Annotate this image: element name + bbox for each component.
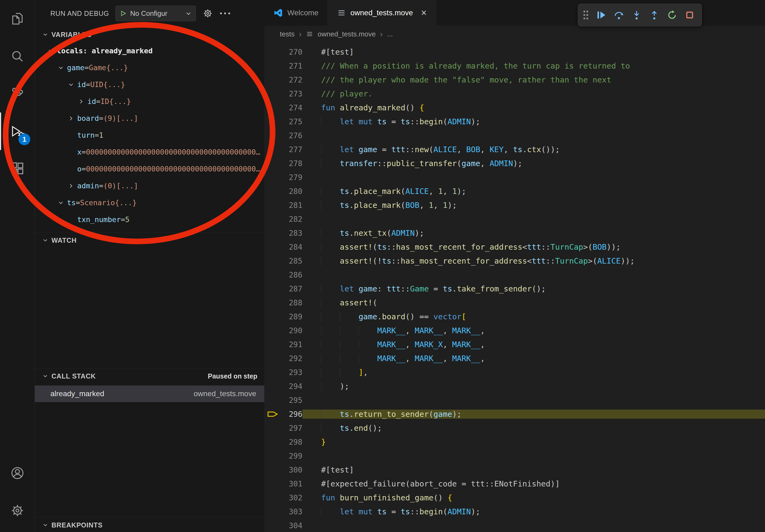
variable-scope-row[interactable]: locals: already_marked [35, 42, 264, 59]
code-text[interactable]: let mut ts = ts::begin(ADMIN); [302, 507, 765, 516]
chevron-right-icon[interactable] [65, 182, 77, 190]
code-text[interactable]: ts.end(); [302, 423, 765, 432]
code-line[interactable]: 292 MARK__, MARK__, MARK__, [264, 352, 765, 366]
code-line[interactable]: 298} [264, 435, 765, 449]
code-text[interactable]: game.board() == vector[ [302, 312, 765, 321]
settings-gear-icon[interactable] [0, 492, 35, 529]
code-text[interactable]: /// When a position is already marked, t… [302, 61, 765, 71]
code-line[interactable]: 275 let mut ts = ts::begin(ADMIN); [264, 115, 765, 129]
code-line[interactable]: 293 ], [264, 366, 765, 379]
code-line[interactable]: 278 transfer::public_transfer(game, ADMI… [264, 156, 765, 170]
code-line[interactable]: 291 MARK__, MARK_X, MARK__, [264, 338, 765, 352]
tab-owned-tests-move[interactable]: owned_tests.move × [328, 0, 436, 26]
code-text[interactable]: MARK__, MARK__, MARK__, [302, 326, 765, 335]
code-line[interactable]: 297 ts.end(); [264, 421, 765, 435]
call-stack-frame[interactable]: already_markedowned_tests.move [35, 386, 264, 402]
code-line[interactable]: 277 let game = ttt::new(ALICE, BOB, KEY,… [264, 142, 765, 156]
code-line[interactable]: 299 [264, 449, 765, 463]
variable-row[interactable]: admin = (0)[...] [35, 177, 264, 194]
code-line[interactable]: 285 assert!(!ts::has_most_recent_for_add… [264, 254, 765, 268]
start-debug-play-icon[interactable] [120, 10, 127, 17]
chevron-right-icon[interactable] [75, 98, 87, 105]
variable-row[interactable]: board = (9)[...] [35, 110, 264, 127]
stop-button[interactable] [682, 7, 698, 23]
chevron-down-icon[interactable] [45, 47, 57, 55]
code-line[interactable]: 280 ts.place_mark(ALICE, 1, 1); [264, 184, 765, 198]
variables-section-header[interactable]: VARIABLES [35, 27, 264, 42]
search-icon[interactable] [0, 38, 35, 75]
accounts-icon[interactable] [0, 454, 35, 492]
breadcrumb-item[interactable]: tests [280, 30, 295, 38]
breadcrumb-item[interactable]: ... [387, 30, 393, 38]
code-line[interactable]: 304 [264, 519, 765, 532]
code-line[interactable]: 295 [264, 393, 765, 407]
restart-button[interactable] [664, 7, 680, 23]
extensions-icon[interactable] [0, 150, 35, 187]
code-line[interactable]: 303 let mut ts = ts::begin(ADMIN); [264, 505, 765, 519]
code-text[interactable]: fun already_marked() { [302, 103, 765, 112]
more-actions-icon[interactable]: ··· [220, 11, 232, 16]
code-text[interactable]: let game: ttt::Game = ts.take_from_sende… [302, 284, 765, 293]
code-line[interactable]: 288 assert!( [264, 296, 765, 310]
code-text[interactable]: MARK__, MARK_X, MARK__, [302, 340, 765, 349]
code-text[interactable]: ts.place_mark(BOB, 1, 1); [302, 201, 765, 210]
watch-section-header[interactable]: WATCH [35, 232, 264, 248]
code-line[interactable]: 294 ); [264, 379, 765, 393]
code-text[interactable]: let game = ttt::new(ALICE, BOB, KEY, ts.… [302, 145, 765, 154]
code-text[interactable]: let mut ts = ts::begin(ADMIN); [302, 117, 765, 126]
variable-row[interactable]: id = ID{...} [35, 93, 264, 110]
code-text[interactable]: #[test] [302, 465, 765, 474]
code-line[interactable]: 273/// player. [264, 87, 765, 101]
continue-button[interactable] [593, 7, 609, 23]
chevron-down-icon[interactable] [65, 81, 77, 89]
code-text[interactable]: ts.return_to_sender(game); [302, 409, 765, 419]
code-line[interactable]: 301#[expected_failure(abort_code = ttt::… [264, 477, 765, 491]
variable-row[interactable]: ts = Scenario{...} [35, 194, 264, 211]
variable-row[interactable]: o = 000000000000000000000000000000000000… [35, 160, 264, 177]
code-line[interactable]: 281 ts.place_mark(BOB, 1, 1); [264, 198, 765, 212]
tab-welcome[interactable]: Welcome [264, 0, 328, 26]
code-text[interactable]: assert!(ts::has_most_recent_for_address<… [302, 242, 765, 252]
launch-config-dropdown[interactable]: No Configur [116, 6, 196, 21]
code-line[interactable]: 300#[test] [264, 463, 765, 477]
step-out-button[interactable] [646, 7, 662, 23]
chevron-down-icon[interactable] [55, 64, 67, 72]
toolbar-drag-handle-icon[interactable] [582, 9, 589, 21]
code-line[interactable]: 290 MARK__, MARK__, MARK__, [264, 324, 765, 338]
code-line[interactable]: 272/// the player who made the "false" m… [264, 73, 765, 87]
code-text[interactable]: transfer::public_transfer(game, ADMIN); [302, 159, 765, 168]
variable-row[interactable]: txn_number = 5 [35, 211, 264, 228]
code-text[interactable]: ts.place_mark(ALICE, 1, 1); [302, 187, 765, 196]
breakpoints-section-header[interactable]: BREAKPOINTS [35, 517, 264, 532]
code-text[interactable]: MARK__, MARK__, MARK__, [302, 354, 765, 363]
debug-settings-gear-icon[interactable] [202, 8, 213, 19]
code-text[interactable]: /// the player who made the "false" move… [302, 75, 765, 84]
call-stack-section-header[interactable]: CALL STACK Paused on step [35, 368, 264, 384]
code-text[interactable]: } [302, 437, 765, 446]
code-line[interactable]: 283 ts.next_tx(ADMIN); [264, 226, 765, 240]
code-line[interactable]: 282 [264, 212, 765, 226]
code-text[interactable]: ); [302, 382, 765, 391]
code-text[interactable]: assert!( [302, 298, 765, 307]
code-line-current[interactable]: 296 ts.return_to_sender(game); [264, 407, 765, 421]
code-line[interactable]: 271/// When a position is already marked… [264, 59, 765, 73]
code-text[interactable]: #[expected_failure(abort_code = ttt::ENo… [302, 479, 765, 488]
code-line[interactable]: 274fun already_marked() { [264, 101, 765, 115]
code-text[interactable]: #[test] [302, 47, 765, 57]
variable-row[interactable]: id = UID{...} [35, 76, 264, 93]
chevron-down-icon[interactable] [55, 199, 67, 206]
code-line[interactable]: 302fun burn_unfinished_game() { [264, 491, 765, 505]
code-text[interactable]: /// player. [302, 89, 765, 98]
code-text[interactable]: ts.next_tx(ADMIN); [302, 228, 765, 238]
code-line[interactable]: 270#[test] [264, 45, 765, 59]
code-line[interactable]: 276 [264, 129, 765, 142]
code-line[interactable]: 286 [264, 268, 765, 282]
tab-close-icon[interactable]: × [421, 8, 427, 18]
step-over-button[interactable] [611, 7, 627, 23]
code-line[interactable]: 279 [264, 170, 765, 184]
current-frame-indicator-icon[interactable] [264, 410, 281, 418]
code-line[interactable]: 287 let game: ttt::Game = ts.take_from_s… [264, 282, 765, 296]
chevron-right-icon[interactable] [65, 115, 77, 122]
run-and-debug-icon[interactable]: 1 [0, 113, 35, 150]
code-text[interactable]: ], [302, 368, 765, 377]
